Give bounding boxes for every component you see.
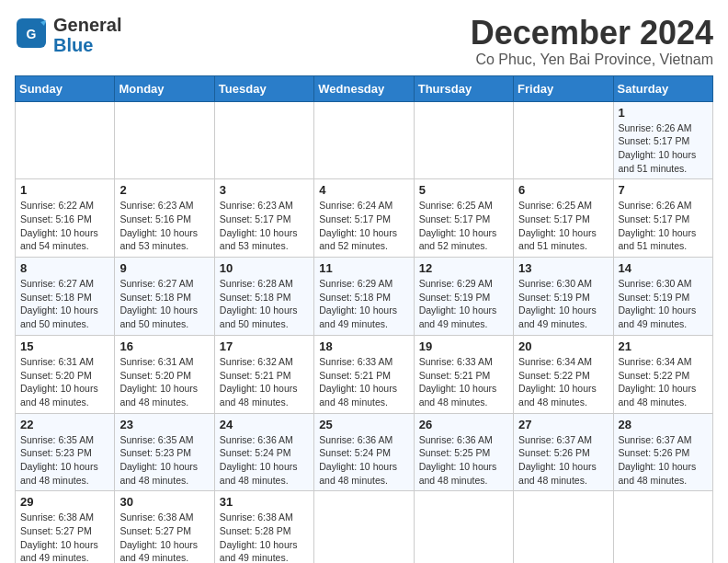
calendar-week-3: 8 Sunrise: 6:27 AM Sunset: 5:18 PM Dayli…	[16, 258, 713, 336]
calendar-cell: 18 Sunrise: 6:33 AM Sunset: 5:21 PM Dayl…	[314, 335, 414, 413]
day-info: Sunrise: 6:29 AM Sunset: 5:18 PM Dayligh…	[319, 277, 408, 331]
calendar-cell: 2 Sunrise: 6:23 AM Sunset: 5:16 PM Dayli…	[115, 179, 214, 258]
day-number: 4	[319, 183, 408, 197]
day-number: 26	[419, 418, 508, 431]
day-info: Sunrise: 6:31 AM Sunset: 5:20 PM Dayligh…	[119, 355, 209, 409]
day-info: Sunrise: 6:23 AM Sunset: 5:16 PM Dayligh…	[119, 199, 209, 253]
logo-text-blue: Blue	[53, 35, 121, 55]
calendar-cell	[115, 101, 214, 179]
day-number: 15	[20, 339, 109, 353]
col-saturday: Saturday	[613, 75, 712, 101]
day-number: 24	[220, 418, 309, 431]
day-info: Sunrise: 6:36 AM Sunset: 5:24 PM Dayligh…	[220, 433, 309, 488]
day-info: Sunrise: 6:35 AM Sunset: 5:23 PM Dayligh…	[119, 433, 209, 488]
day-number: 12	[419, 261, 508, 275]
day-number: 1	[20, 183, 109, 197]
day-info: Sunrise: 6:27 AM Sunset: 5:18 PM Dayligh…	[119, 277, 209, 331]
calendar-cell	[514, 101, 613, 179]
calendar-cell	[414, 491, 513, 563]
day-info: Sunrise: 6:29 AM Sunset: 5:19 PM Dayligh…	[419, 277, 508, 331]
calendar-cell: 22 Sunrise: 6:35 AM Sunset: 5:23 PM Dayl…	[16, 413, 115, 491]
col-sunday: Sunday	[16, 75, 115, 101]
day-number: 9	[119, 261, 209, 275]
calendar-cell: 28 Sunrise: 6:37 AM Sunset: 5:26 PM Dayl…	[613, 413, 712, 491]
day-number: 28	[619, 418, 708, 431]
page-header: G General Blue December 2024 Co Phuc, Ye…	[15, 15, 713, 68]
svg-text:G: G	[27, 27, 37, 41]
day-number: 27	[518, 418, 608, 431]
day-number: 17	[220, 339, 309, 353]
calendar-table: Sunday Monday Tuesday Wednesday Thursday…	[15, 75, 713, 563]
calendar-cell	[613, 491, 712, 563]
day-info: Sunrise: 6:32 AM Sunset: 5:21 PM Dayligh…	[220, 355, 309, 409]
calendar-cell: 29 Sunrise: 6:38 AM Sunset: 5:27 PM Dayl…	[16, 491, 115, 563]
calendar-cell: 19 Sunrise: 6:33 AM Sunset: 5:21 PM Dayl…	[414, 335, 513, 413]
calendar-cell: 1 Sunrise: 6:22 AM Sunset: 5:16 PM Dayli…	[16, 179, 115, 258]
day-info: Sunrise: 6:33 AM Sunset: 5:21 PM Dayligh…	[419, 355, 508, 409]
calendar-cell: 9 Sunrise: 6:27 AM Sunset: 5:18 PM Dayli…	[115, 258, 214, 336]
day-number: 29	[20, 495, 109, 509]
calendar-subtitle: Co Phuc, Yen Bai Province, Vietnam	[471, 52, 713, 68]
day-info: Sunrise: 6:34 AM Sunset: 5:22 PM Dayligh…	[518, 355, 608, 409]
day-info: Sunrise: 6:25 AM Sunset: 5:17 PM Dayligh…	[518, 199, 608, 253]
calendar-cell: 30 Sunrise: 6:38 AM Sunset: 5:27 PM Dayl…	[115, 491, 214, 563]
calendar-cell: 13 Sunrise: 6:30 AM Sunset: 5:19 PM Dayl…	[514, 258, 613, 336]
day-info: Sunrise: 6:23 AM Sunset: 5:17 PM Dayligh…	[220, 199, 309, 253]
calendar-cell: 3 Sunrise: 6:23 AM Sunset: 5:17 PM Dayli…	[214, 179, 313, 258]
day-info: Sunrise: 6:37 AM Sunset: 5:26 PM Dayligh…	[619, 433, 708, 488]
calendar-cell	[314, 101, 414, 179]
day-number: 3	[220, 183, 309, 197]
calendar-cell: 25 Sunrise: 6:36 AM Sunset: 5:24 PM Dayl…	[314, 413, 414, 491]
day-number: 11	[319, 261, 408, 275]
calendar-cell: 17 Sunrise: 6:32 AM Sunset: 5:21 PM Dayl…	[214, 335, 313, 413]
day-number: 5	[419, 183, 508, 197]
calendar-cell: 20 Sunrise: 6:34 AM Sunset: 5:22 PM Dayl…	[514, 335, 613, 413]
calendar-cell: 8 Sunrise: 6:27 AM Sunset: 5:18 PM Dayli…	[16, 258, 115, 336]
day-info: Sunrise: 6:25 AM Sunset: 5:17 PM Dayligh…	[419, 199, 508, 253]
day-info: Sunrise: 6:26 AM Sunset: 5:17 PM Dayligh…	[619, 121, 708, 176]
day-number: 30	[119, 495, 209, 509]
day-number: 10	[220, 261, 309, 275]
calendar-cell: 14 Sunrise: 6:30 AM Sunset: 5:19 PM Dayl…	[613, 258, 712, 336]
calendar-week-4: 15 Sunrise: 6:31 AM Sunset: 5:20 PM Dayl…	[16, 335, 713, 413]
calendar-title: December 2024	[471, 15, 713, 52]
calendar-header-row: Sunday Monday Tuesday Wednesday Thursday…	[16, 75, 713, 101]
day-info: Sunrise: 6:30 AM Sunset: 5:19 PM Dayligh…	[518, 277, 608, 331]
calendar-title-block: December 2024 Co Phuc, Yen Bai Province,…	[471, 15, 713, 68]
calendar-cell: 12 Sunrise: 6:29 AM Sunset: 5:19 PM Dayl…	[414, 258, 513, 336]
calendar-week-1: 1 Sunrise: 6:26 AM Sunset: 5:17 PM Dayli…	[16, 101, 713, 179]
day-number: 19	[419, 339, 508, 353]
day-info: Sunrise: 6:26 AM Sunset: 5:17 PM Dayligh…	[619, 199, 708, 253]
calendar-cell: 4 Sunrise: 6:24 AM Sunset: 5:17 PM Dayli…	[314, 179, 414, 258]
calendar-cell	[214, 101, 313, 179]
calendar-cell: 15 Sunrise: 6:31 AM Sunset: 5:20 PM Dayl…	[16, 335, 115, 413]
day-number: 18	[319, 339, 408, 353]
day-info: Sunrise: 6:36 AM Sunset: 5:25 PM Dayligh…	[419, 433, 508, 488]
calendar-cell: 11 Sunrise: 6:29 AM Sunset: 5:18 PM Dayl…	[314, 258, 414, 336]
calendar-cell	[314, 491, 414, 563]
day-number: 1	[619, 106, 708, 120]
day-info: Sunrise: 6:31 AM Sunset: 5:20 PM Dayligh…	[20, 355, 109, 409]
calendar-cell: 5 Sunrise: 6:25 AM Sunset: 5:17 PM Dayli…	[414, 179, 513, 258]
day-info: Sunrise: 6:22 AM Sunset: 5:16 PM Dayligh…	[20, 199, 109, 253]
calendar-cell: 16 Sunrise: 6:31 AM Sunset: 5:20 PM Dayl…	[115, 335, 214, 413]
day-info: Sunrise: 6:30 AM Sunset: 5:19 PM Dayligh…	[619, 277, 708, 331]
day-info: Sunrise: 6:37 AM Sunset: 5:26 PM Dayligh…	[518, 433, 608, 488]
day-number: 21	[619, 339, 708, 353]
day-info: Sunrise: 6:33 AM Sunset: 5:21 PM Dayligh…	[319, 355, 408, 409]
day-number: 20	[518, 339, 608, 353]
day-info: Sunrise: 6:34 AM Sunset: 5:22 PM Dayligh…	[619, 355, 708, 409]
calendar-cell: 21 Sunrise: 6:34 AM Sunset: 5:22 PM Dayl…	[613, 335, 712, 413]
logo: G General Blue	[15, 15, 121, 55]
calendar-cell: 27 Sunrise: 6:37 AM Sunset: 5:26 PM Dayl…	[514, 413, 613, 491]
day-number: 13	[518, 261, 608, 275]
day-info: Sunrise: 6:35 AM Sunset: 5:23 PM Dayligh…	[20, 433, 109, 488]
day-number: 8	[20, 261, 109, 275]
logo-icon: G	[15, 17, 48, 53]
day-number: 16	[119, 339, 209, 353]
day-number: 6	[518, 183, 608, 197]
day-number: 2	[119, 183, 209, 197]
day-info: Sunrise: 6:27 AM Sunset: 5:18 PM Dayligh…	[20, 277, 109, 331]
calendar-cell: 6 Sunrise: 6:25 AM Sunset: 5:17 PM Dayli…	[514, 179, 613, 258]
calendar-cell: 23 Sunrise: 6:35 AM Sunset: 5:23 PM Dayl…	[115, 413, 214, 491]
